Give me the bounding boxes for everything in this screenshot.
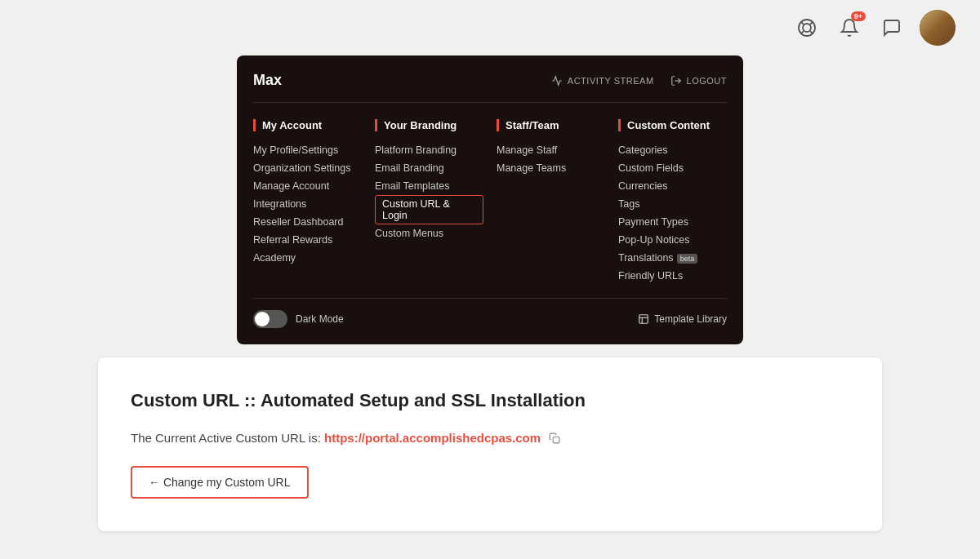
menu-columns: My AccountMy Profile/SettingsOrganizatio… [253, 119, 727, 285]
menu-column-title: My Account [253, 119, 362, 131]
svg-rect-10 [554, 437, 560, 443]
copy-icon[interactable] [549, 433, 560, 446]
menu-item-tags[interactable]: Tags [618, 195, 727, 213]
menu-item-custom-url-login[interactable]: Custom URL & Login [375, 195, 483, 224]
dropdown-menu: Max ACTIVITY STREAM LOGOUT [237, 55, 743, 344]
template-icon [638, 313, 649, 325]
url-prefix-text: The Current Active Custom URL is: [131, 431, 321, 445]
svg-point-1 [803, 24, 811, 32]
menu-item-referral-rewards[interactable]: Referral Rewards [253, 231, 362, 249]
page-title: Custom URL :: Automated Setup and SSL In… [131, 390, 849, 411]
dark-mode-label: Dark Mode [296, 313, 344, 325]
menu-item-popup-notices[interactable]: Pop-Up Notices [618, 231, 727, 249]
avatar-image [920, 10, 956, 46]
menu-item-custom-menus[interactable]: Custom Menus [375, 224, 483, 242]
menu-column-title: Your Branding [375, 119, 483, 131]
dark-mode-toggle[interactable]: Dark Mode [253, 310, 344, 328]
menu-item-reseller-dashboard[interactable]: Reseller Dashboard [253, 213, 362, 231]
menu-item-currencies[interactable]: Currencies [618, 177, 727, 195]
menu-item-manage-account[interactable]: Manage Account [253, 177, 362, 195]
main-content: Custom URL :: Automated Setup and SSL In… [98, 357, 882, 531]
svg-line-5 [810, 22, 813, 24]
menu-item-integrations[interactable]: Integrations [253, 195, 362, 213]
help-icon[interactable] [792, 13, 822, 42]
notification-count: 9+ [851, 11, 866, 21]
menu-footer: Dark Mode Template Library [253, 298, 727, 328]
menu-item-org-settings[interactable]: Organization Settings [253, 159, 362, 177]
menu-column-title: Custom Content [618, 119, 727, 131]
menu-item-translations[interactable]: Translationsbeta [618, 249, 727, 267]
menu-item-email-branding[interactable]: Email Branding [375, 159, 483, 177]
menu-item-categories[interactable]: Categories [618, 141, 727, 159]
menu-column-custom-content: Custom ContentCategoriesCustom FieldsCur… [618, 119, 727, 285]
menu-column-title: Staff/Team [497, 119, 605, 131]
menu-item-friendly-urls[interactable]: Friendly URLs [618, 267, 727, 285]
messages-icon[interactable] [877, 13, 906, 42]
active-url-link[interactable]: https://portal.accomplishedcpas.com [324, 431, 541, 445]
menu-column-your-branding: Your BrandingPlatform BrandingEmail Bran… [375, 119, 483, 285]
toggle-switch[interactable] [253, 310, 287, 328]
activity-stream-link[interactable]: ACTIVITY STREAM [551, 75, 654, 87]
logout-icon [670, 75, 682, 87]
toggle-knob [255, 312, 270, 326]
template-library-link[interactable]: Template Library [638, 313, 727, 325]
url-info: The Current Active Custom URL is: https:… [131, 431, 849, 446]
logout-link[interactable]: LOGOUT [670, 75, 727, 87]
top-bar: 9+ [0, 0, 980, 55]
menu-item-academy[interactable]: Academy [253, 249, 362, 267]
menu-column-my-account: My AccountMy Profile/SettingsOrganizatio… [253, 119, 362, 285]
menu-column-staff/team: Staff/TeamManage StaffManage Teams [497, 119, 605, 285]
menu-header-actions: ACTIVITY STREAM LOGOUT [551, 75, 727, 87]
notifications-icon[interactable]: 9+ [835, 13, 864, 42]
template-library-label: Template Library [654, 313, 727, 325]
svg-rect-7 [639, 315, 648, 324]
menu-item-my-profile[interactable]: My Profile/Settings [253, 141, 362, 159]
menu-header: Max ACTIVITY STREAM LOGOUT [253, 72, 727, 103]
activity-icon [551, 75, 563, 87]
menu-item-custom-fields[interactable]: Custom Fields [618, 159, 727, 177]
svg-line-2 [801, 22, 804, 24]
menu-item-manage-staff[interactable]: Manage Staff [497, 141, 605, 159]
svg-line-3 [810, 31, 813, 33]
menu-item-platform-branding[interactable]: Platform Branding [375, 141, 483, 159]
dropdown-menu-container: Max ACTIVITY STREAM LOGOUT [0, 55, 980, 344]
menu-username: Max [253, 72, 282, 89]
avatar[interactable] [920, 10, 956, 46]
change-url-button[interactable]: ← Change my Custom URL [131, 466, 309, 499]
menu-item-payment-types[interactable]: Payment Types [618, 213, 727, 231]
menu-item-manage-teams[interactable]: Manage Teams [497, 159, 605, 177]
menu-item-email-templates[interactable]: Email Templates [375, 177, 483, 195]
svg-line-4 [801, 31, 804, 33]
